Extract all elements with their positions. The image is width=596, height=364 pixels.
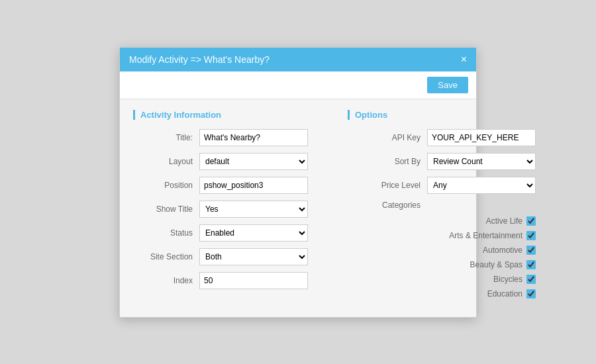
category-checkbox[interactable] <box>526 246 536 255</box>
category-checkbox[interactable] <box>526 275 536 284</box>
site-section-label: Site Section <box>133 252 193 261</box>
category-name: Active Life <box>430 216 522 226</box>
category-row: Automotive <box>348 246 536 255</box>
index-row: Index <box>133 272 308 289</box>
site-section-select[interactable]: Both <box>199 248 308 265</box>
position-input[interactable] <box>199 177 308 194</box>
modal-toolbar: Save <box>120 71 476 99</box>
category-row: Beauty & Spas <box>348 260 536 269</box>
title-label: Title: <box>133 133 193 142</box>
category-checkbox[interactable] <box>526 260 536 269</box>
category-row: Bicycles <box>348 275 536 284</box>
category-row: Active Life <box>348 216 536 226</box>
category-row: Arts & Entertainment <box>348 231 536 240</box>
status-label: Status <box>133 228 193 238</box>
layout-select[interactable]: default <box>199 153 308 170</box>
category-checkbox[interactable] <box>526 289 536 298</box>
index-input[interactable] <box>199 272 308 289</box>
api-key-input[interactable] <box>427 129 536 146</box>
price-level-label: Price Level <box>348 181 421 190</box>
category-checkbox[interactable] <box>526 231 536 240</box>
sort-by-row: Sort By Review Count <box>348 153 536 170</box>
layout-row: Layout default <box>133 153 308 170</box>
api-key-label: API Key <box>348 133 421 142</box>
show-title-label: Show Title <box>133 205 193 214</box>
status-row: Status Enabled <box>133 224 308 242</box>
price-level-select[interactable]: Any <box>427 177 536 194</box>
save-button[interactable]: Save <box>427 77 468 93</box>
category-name: Automotive <box>430 246 522 255</box>
modal-body: Activity Information Title: Layout defau… <box>120 99 476 317</box>
modal-header: Modify Activity => What's Nearby? × <box>120 48 476 71</box>
index-label: Index <box>133 276 193 285</box>
categories-label: Categories <box>348 201 421 210</box>
category-name: Beauty & Spas <box>430 260 522 269</box>
category-name: Education <box>430 289 522 298</box>
sort-by-select[interactable]: Review Count <box>427 153 536 170</box>
activity-info-section: Activity Information Title: Layout defau… <box>133 110 308 304</box>
show-title-select[interactable]: Yes <box>199 201 308 218</box>
category-row: Education <box>348 289 536 298</box>
category-checkbox[interactable] <box>526 216 536 226</box>
site-section-row: Site Section Both <box>133 248 308 265</box>
api-key-row: API Key <box>348 129 536 146</box>
sort-by-label: Sort By <box>348 157 421 166</box>
options-section: Options API Key Sort By Review Count Pri… <box>348 110 536 304</box>
modal-close-button[interactable]: × <box>461 54 467 65</box>
title-row: Title: <box>133 129 308 146</box>
position-label: Position <box>133 181 193 190</box>
options-title: Options <box>348 110 536 120</box>
status-select[interactable]: Enabled <box>199 224 308 242</box>
modal-overlay: Modify Activity => What's Nearby? × Save… <box>0 0 596 364</box>
title-input[interactable] <box>199 129 308 146</box>
modal: Modify Activity => What's Nearby? × Save… <box>119 47 477 318</box>
category-name: Bicycles <box>430 275 522 284</box>
layout-label: Layout <box>133 157 193 166</box>
activity-info-title: Activity Information <box>133 110 308 120</box>
show-title-row: Show Title Yes <box>133 201 308 218</box>
category-name: Arts & Entertainment <box>430 231 522 240</box>
modal-title: Modify Activity => What's Nearby? <box>129 54 270 65</box>
position-row: Position <box>133 177 308 194</box>
categories-header-row: Categories <box>348 201 536 210</box>
categories-container: Active LifeArts & EntertainmentAutomotiv… <box>348 216 536 298</box>
price-level-row: Price Level Any <box>348 177 536 194</box>
